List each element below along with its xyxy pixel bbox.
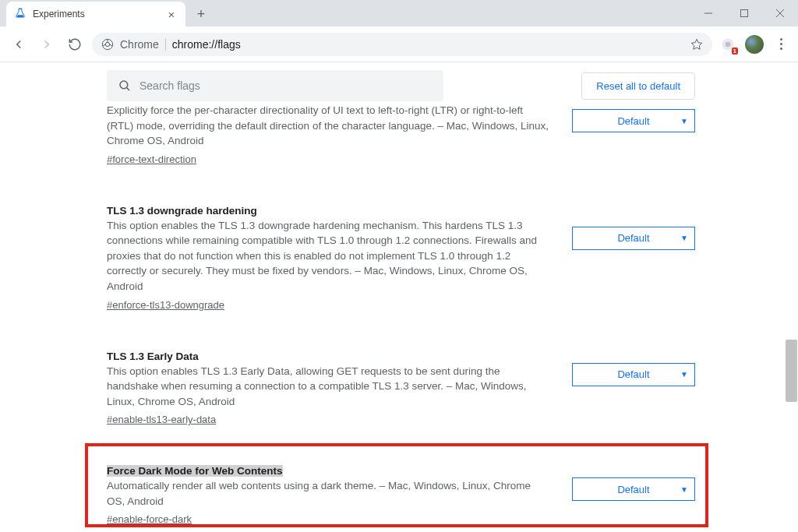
flag-text: Force Dark Mode for Web Contents Automat…: [107, 465, 551, 526]
flask-icon: [14, 8, 26, 20]
tab-title: Experiments: [33, 9, 165, 19]
browser-tab[interactable]: Experiments ×: [6, 2, 185, 26]
toolbar-right: 1: [719, 35, 790, 54]
chrome-icon: [101, 38, 114, 51]
svg-point-8: [120, 81, 128, 89]
flag-item: TLS 1.3 Early Data This option enables T…: [103, 341, 695, 432]
flag-text: TLS 1.3 downgrade hardening This option …: [107, 205, 551, 312]
omnibox-divider: [165, 38, 166, 51]
extension-icon[interactable]: 1: [719, 35, 737, 54]
tab-bar: Experiments × +: [0, 0, 798, 26]
forward-button[interactable]: [36, 33, 58, 55]
flag-dropdown[interactable]: Default ▼: [572, 363, 695, 386]
minimize-button[interactable]: [690, 0, 726, 26]
browser-menu-button[interactable]: [772, 38, 790, 50]
flag-item: Explicitly force the per-character direc…: [103, 103, 695, 171]
profile-avatar[interactable]: [745, 35, 764, 54]
flag-item: Force Dark Mode for Web Contents Automat…: [103, 449, 695, 532]
flag-permalink[interactable]: #enforce-tls13-downgrade: [107, 299, 224, 311]
close-window-button[interactable]: [762, 0, 798, 26]
flag-select-wrapper: Default ▼: [572, 477, 695, 526]
dropdown-value: Default: [617, 484, 649, 495]
extension-badge: 1: [732, 48, 738, 55]
flag-description: Automatically render all web contents us…: [107, 478, 551, 509]
flag-dropdown[interactable]: Default ▼: [572, 477, 695, 501]
chevron-down-icon: ▼: [680, 485, 688, 494]
search-icon: [118, 79, 132, 93]
back-button[interactable]: [8, 33, 30, 55]
site-label: Chrome: [120, 38, 159, 51]
svg-point-5: [105, 42, 109, 46]
chevron-down-icon: ▼: [680, 234, 688, 242]
chevron-down-icon: ▼: [680, 117, 688, 125]
flag-permalink[interactable]: #enable-tls13-early-data: [107, 414, 216, 425]
svg-line-9: [127, 88, 129, 90]
new-tab-button[interactable]: +: [190, 3, 212, 25]
flags-content: Reset all to default Explicitly force th…: [103, 62, 695, 532]
flag-select-wrapper: Default ▼: [572, 109, 695, 166]
maximize-button[interactable]: [726, 0, 762, 26]
flag-item: TLS 1.3 downgrade hardening This option …: [103, 196, 695, 316]
flag-text: Explicitly force the per-character direc…: [107, 103, 551, 166]
window-controls: [690, 0, 798, 26]
page-viewport[interactable]: Reset all to default Explicitly force th…: [0, 62, 798, 532]
svg-rect-1: [741, 10, 748, 17]
dropdown-value: Default: [617, 368, 649, 380]
flag-description: This option enables TLS 1.3 Early Data, …: [107, 364, 551, 410]
flag-dropdown[interactable]: Default ▼: [572, 109, 695, 132]
search-input[interactable]: [139, 79, 433, 92]
search-row: Reset all to default: [103, 70, 695, 101]
svg-point-7: [726, 41, 731, 47]
flag-title: TLS 1.3 Early Data: [107, 351, 551, 362]
url-text: chrome://flags: [172, 38, 684, 51]
flag-title: TLS 1.3 downgrade hardening: [107, 205, 551, 217]
flag-permalink[interactable]: #enable-force-dark: [107, 513, 192, 525]
dropdown-value: Default: [617, 232, 649, 244]
flag-description: Explicitly force the per-character direc…: [107, 103, 551, 149]
search-box[interactable]: [107, 70, 443, 101]
dropdown-value: Default: [617, 115, 649, 127]
flag-text: TLS 1.3 Early Data This option enables T…: [107, 351, 551, 427]
outer-scrollbar-thumb[interactable]: [786, 340, 797, 402]
chevron-down-icon: ▼: [680, 370, 688, 379]
flag-select-wrapper: Default ▼: [572, 363, 695, 427]
flag-description: This option enables the TLS 1.3 downgrad…: [107, 218, 551, 294]
bookmark-star-icon[interactable]: [690, 38, 703, 51]
address-bar[interactable]: Chrome chrome://flags: [92, 33, 712, 56]
browser-toolbar: Chrome chrome://flags 1: [0, 26, 798, 62]
flag-permalink[interactable]: #force-text-direction: [107, 153, 196, 165]
flag-title: Force Dark Mode for Web Contents: [107, 465, 551, 477]
reload-button[interactable]: [64, 33, 86, 55]
flag-select-wrapper: Default ▼: [572, 227, 695, 312]
close-tab-icon[interactable]: ×: [165, 8, 178, 20]
flag-dropdown[interactable]: Default ▼: [572, 227, 695, 250]
reset-all-button[interactable]: Reset all to default: [581, 72, 695, 100]
